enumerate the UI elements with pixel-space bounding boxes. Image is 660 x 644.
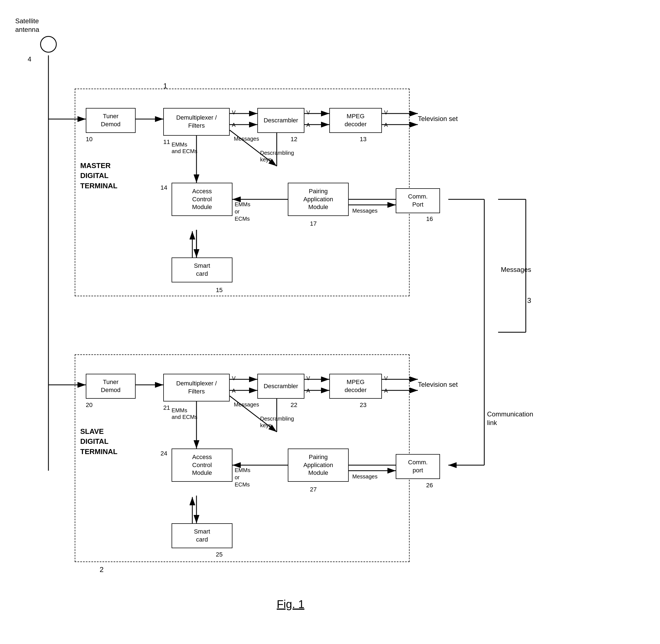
figure-label: Fig. 1 bbox=[277, 598, 304, 611]
slave-messages-label1: Messages bbox=[234, 401, 259, 408]
slave-mpeg-number: 23 bbox=[360, 401, 367, 409]
slave-demux: Demultiplexer /Filters bbox=[163, 374, 230, 401]
slave-access-number: 24 bbox=[161, 450, 167, 457]
slave-comm-port: Comm.port bbox=[396, 454, 440, 479]
master-access-control: AccessControlModule bbox=[171, 183, 232, 216]
master-tuner-number: 10 bbox=[86, 136, 92, 143]
master-terminal-label: MASTERDIGITALTERMINAL bbox=[80, 161, 117, 191]
master-mpeg-number: 13 bbox=[360, 136, 367, 143]
slave-comm-number: 26 bbox=[426, 482, 433, 489]
master-smart-card: Smartcard bbox=[171, 257, 232, 282]
slave-emm-ecm-label: EMMsand ECMs bbox=[171, 407, 197, 420]
master-tuner-demod: TunerDemod bbox=[86, 108, 136, 133]
slave-v2: V bbox=[306, 375, 310, 382]
slave-number: 2 bbox=[100, 566, 103, 574]
master-access-number: 14 bbox=[161, 184, 167, 191]
master-comm-port: Comm.Port bbox=[396, 188, 440, 213]
slave-emms-ecms2: EMMsorECMs bbox=[235, 466, 251, 488]
master-v2: V bbox=[306, 109, 310, 116]
number-3: 3 bbox=[527, 296, 531, 305]
slave-tv-label: Television set bbox=[418, 381, 458, 388]
master-descrambler: Descrambler bbox=[257, 108, 304, 133]
master-demux: Demultiplexer /Filters bbox=[163, 108, 230, 136]
master-v3: V bbox=[384, 109, 388, 116]
master-tv-label: Television set bbox=[418, 115, 458, 123]
satellite-antenna-icon bbox=[40, 36, 57, 53]
slave-v3: V bbox=[384, 375, 388, 382]
slave-access-control: AccessControlModule bbox=[171, 448, 232, 482]
master-v1: V bbox=[232, 109, 235, 116]
master-comm-messages: Messages bbox=[352, 208, 377, 214]
slave-pairing-number: 27 bbox=[310, 486, 316, 493]
master-emms-ecms2: EMMsorECMs bbox=[235, 201, 251, 222]
master-descrambling-keys: Descramblingkeys bbox=[260, 150, 294, 163]
master-a2: A bbox=[306, 122, 310, 128]
master-comm-number: 16 bbox=[426, 215, 433, 223]
antenna-number: 4 bbox=[28, 55, 31, 63]
master-a3: A bbox=[384, 122, 388, 128]
master-emm-ecm-label: EMMsand ECMs bbox=[171, 141, 197, 155]
slave-comm-messages: Messages bbox=[352, 474, 377, 480]
master-pairing: PairingApplicationModule bbox=[288, 183, 349, 216]
slave-mpeg: MPEGdecoder bbox=[329, 374, 382, 399]
master-messages-label1: Messages bbox=[234, 136, 259, 142]
master-mpeg: MPEGdecoder bbox=[329, 108, 382, 133]
comm-link-label: Communicationlink bbox=[487, 410, 533, 427]
master-descrambler-number: 12 bbox=[290, 136, 297, 143]
master-number: 1 bbox=[163, 82, 167, 90]
master-smart-number: 15 bbox=[216, 286, 222, 294]
diagram-container: Satelliteantenna 4 MASTERDIGITALTERMINAL… bbox=[0, 0, 660, 644]
slave-descrambler: Descrambler bbox=[257, 374, 304, 399]
master-a1: A bbox=[232, 122, 235, 128]
slave-v1: V bbox=[232, 375, 235, 382]
master-pairing-number: 17 bbox=[310, 220, 316, 227]
slave-demux-number: 21 bbox=[163, 404, 170, 411]
slave-descrambling-keys: Descramblingkeys bbox=[260, 415, 294, 429]
satellite-antenna-label: Satelliteantenna bbox=[15, 17, 39, 34]
slave-smart-card: Smartcard bbox=[171, 523, 232, 548]
slave-pairing: PairingApplicationModule bbox=[288, 448, 349, 482]
messages-right-label: Messages bbox=[501, 266, 531, 274]
slave-a2: A bbox=[306, 388, 310, 394]
slave-terminal-label: SLAVEDIGITALTERMINAL bbox=[80, 427, 117, 457]
slave-descrambler-number: 22 bbox=[290, 401, 297, 409]
slave-a3: A bbox=[384, 388, 388, 394]
slave-tuner-number: 20 bbox=[86, 401, 92, 409]
master-demux-number: 11 bbox=[163, 138, 170, 146]
slave-tuner-demod: TunerDemod bbox=[86, 374, 136, 399]
slave-a1: A bbox=[232, 388, 235, 394]
slave-smart-number: 25 bbox=[216, 551, 222, 558]
